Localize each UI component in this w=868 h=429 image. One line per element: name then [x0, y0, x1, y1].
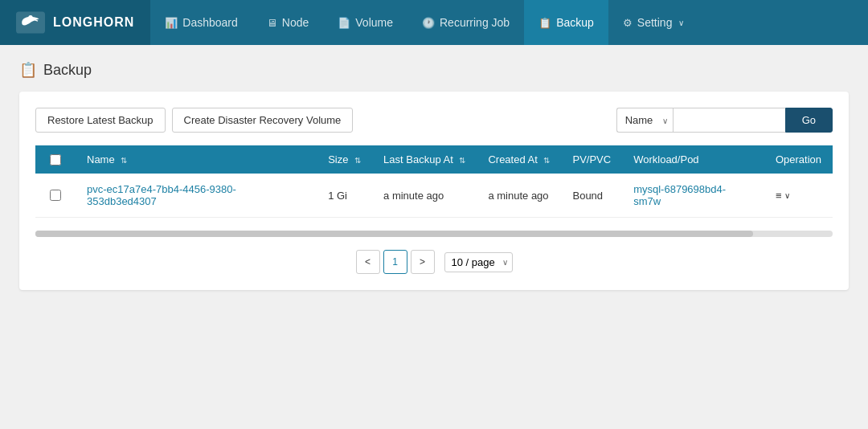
nav-label-recurring-job: Recurring Job — [440, 16, 510, 29]
brand-name: LONGHORN — [53, 15, 134, 30]
col-checkbox — [35, 145, 76, 174]
row-checkbox[interactable] — [50, 190, 61, 201]
nav-label-dashboard: Dashboard — [182, 16, 238, 29]
search-filter-select[interactable]: Name — [616, 108, 673, 133]
nav-label-backup: Backup — [556, 16, 594, 29]
col-size: Size ⇅ — [317, 145, 372, 174]
backup-icon: 📋 — [538, 17, 551, 29]
longhorn-logo — [16, 11, 45, 34]
chevron-down-icon: ∨ — [678, 18, 684, 27]
col-created-at: Created At ⇅ — [477, 145, 561, 174]
row-operation-button[interactable]: ≡ ∨ — [776, 190, 821, 202]
col-name: Name ⇅ — [76, 145, 317, 174]
sort-created-at-icon[interactable]: ⇅ — [543, 156, 550, 165]
row-size-cell: 1 Gi — [317, 174, 372, 218]
page-title-icon: 📋 — [19, 61, 37, 79]
operation-list-icon: ≡ — [776, 190, 782, 202]
row-last-backup-cell: a minute ago — [372, 174, 477, 218]
navbar: LONGHORN 📊 Dashboard 🖥 Node 📄 Volume 🕐 R… — [0, 0, 868, 45]
page-title-text: Backup — [43, 62, 92, 79]
operation-chevron-icon: ∨ — [784, 191, 790, 200]
row-name-cell: pvc-ec17a7e4-7bb4-4456-9380-353db3ed4307 — [76, 174, 317, 218]
create-dr-volume-button[interactable]: Create Disaster Recovery Volume — [172, 108, 354, 133]
sort-size-icon[interactable]: ⇅ — [354, 156, 361, 165]
col-pv-pvc: PV/PVC — [561, 145, 622, 174]
col-workload-pod: Workload/Pod — [622, 145, 764, 174]
page-size-wrap: 10 / page — [444, 252, 513, 272]
svg-point-1 — [28, 15, 32, 19]
volume-icon: 📄 — [338, 17, 350, 29]
row-workload-cell: mysql-6879698bd4-sm7w — [622, 174, 764, 218]
nav-item-backup[interactable]: 📋 Backup — [524, 0, 608, 45]
nav-item-volume[interactable]: 📄 Volume — [323, 0, 407, 45]
row-created-at-cell: a minute ago — [477, 174, 561, 218]
sort-name-icon[interactable]: ⇅ — [121, 156, 127, 165]
nav-item-setting[interactable]: ⚙ Setting ∨ — [608, 0, 699, 45]
search-select-wrap: Name — [616, 108, 673, 133]
row-pv-pvc-cell: Bound — [561, 174, 622, 218]
nav-label-node: Node — [282, 16, 309, 29]
page-content: 📋 Backup Restore Latest Backup Create Di… — [0, 45, 868, 306]
setting-icon: ⚙ — [623, 17, 633, 29]
scroll-thumb — [35, 231, 753, 237]
pagination: < 1 > 10 / page — [35, 250, 833, 274]
table-body: pvc-ec17a7e4-7bb4-4456-9380-353db3ed4307… — [35, 174, 833, 218]
sort-last-backup-icon[interactable]: ⇅ — [459, 156, 465, 165]
current-page-button[interactable]: 1 — [383, 250, 407, 274]
brand[interactable]: LONGHORN — [0, 0, 150, 45]
main-card: Restore Latest Backup Create Disaster Re… — [19, 92, 849, 290]
search-area: Name Go — [616, 108, 833, 133]
page-size-select[interactable]: 10 / page — [444, 252, 513, 272]
nav-item-recurring-job[interactable]: 🕐 Recurring Job — [407, 0, 524, 45]
row-workload-link[interactable]: mysql-6879698bd4-sm7w — [633, 183, 726, 207]
row-name-link[interactable]: pvc-ec17a7e4-7bb4-4456-9380-353db3ed4307 — [87, 183, 236, 207]
backup-table: Name ⇅ Size ⇅ Last Backup At ⇅ Created — [35, 145, 833, 218]
row-checkbox-cell — [35, 174, 76, 218]
restore-latest-backup-button[interactable]: Restore Latest Backup — [35, 108, 166, 133]
next-page-button[interactable]: > — [411, 250, 435, 274]
toolbar: Restore Latest Backup Create Disaster Re… — [35, 108, 833, 133]
table-header: Name ⇅ Size ⇅ Last Backup At ⇅ Created — [35, 145, 833, 174]
page-title: 📋 Backup — [19, 61, 849, 79]
dashboard-icon: 📊 — [165, 17, 178, 29]
node-icon: 🖥 — [267, 17, 277, 29]
table-container: Name ⇅ Size ⇅ Last Backup At ⇅ Created — [35, 145, 833, 218]
go-button[interactable]: Go — [785, 108, 833, 133]
nav-item-dashboard[interactable]: 📊 Dashboard — [150, 0, 252, 45]
nav-label-setting: Setting — [637, 16, 673, 29]
row-operation-cell: ≡ ∨ — [764, 174, 833, 218]
recurring-job-icon: 🕐 — [422, 17, 435, 29]
prev-page-button[interactable]: < — [356, 250, 380, 274]
nav-label-volume: Volume — [355, 16, 393, 29]
col-last-backup-at: Last Backup At ⇅ — [372, 145, 477, 174]
select-all-checkbox[interactable] — [50, 154, 61, 165]
table-row: pvc-ec17a7e4-7bb4-4456-9380-353db3ed4307… — [35, 174, 833, 218]
search-input[interactable] — [673, 108, 785, 133]
horizontal-scrollbar[interactable] — [35, 231, 833, 237]
nav-item-node[interactable]: 🖥 Node — [252, 0, 323, 45]
nav-items: 📊 Dashboard 🖥 Node 📄 Volume 🕐 Recurring … — [150, 0, 868, 45]
col-operation: Operation — [764, 145, 833, 174]
